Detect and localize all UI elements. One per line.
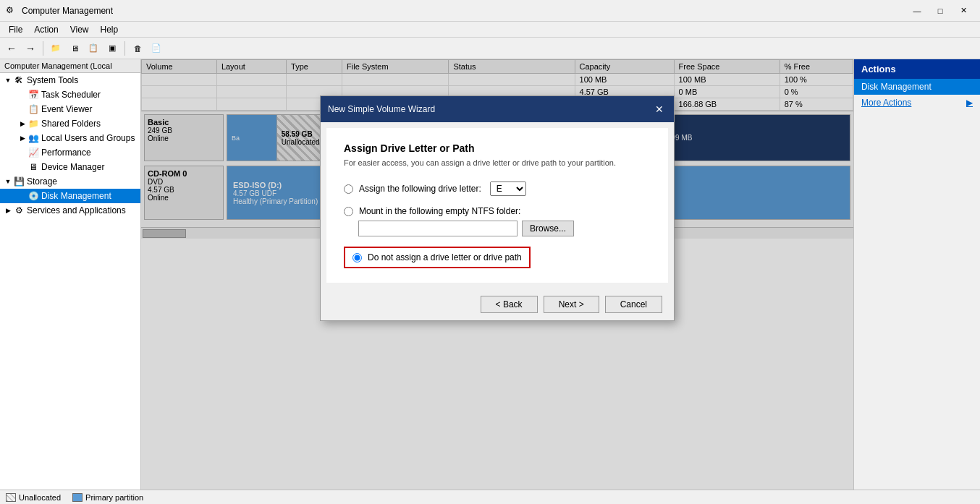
more-actions-label: More Actions (861, 98, 911, 108)
storage-icon: 💾 (13, 176, 25, 187)
primary-swatch (72, 493, 83, 502)
device-manager-icon: 🖥 (28, 161, 39, 173)
primary-label: Primary partition (85, 493, 143, 502)
label-no-assign[interactable]: Do not assign a drive letter or drive pa… (368, 252, 522, 262)
tree-header: Computer Management (Local (0, 59, 140, 73)
sidebar-label-disk-management: Disk Management (41, 191, 111, 201)
legend-unallocated: Unallocated (6, 493, 61, 502)
modal-title: New Simple Volume Wizard (328, 104, 435, 114)
modal-overlay: New Simple Volume Wizard ✕ Assign Drive … (141, 59, 853, 490)
option-no-assign-wrapper: Do not assign a drive letter or drive pa… (344, 247, 651, 268)
sidebar-label-device-manager: Device Manager (41, 162, 104, 172)
left-panel: Computer Management (Local ▼ 🛠 System To… (0, 59, 141, 490)
sidebar-item-storage[interactable]: ▼ 💾 Storage (0, 174, 140, 189)
window-icon: ⚙ (6, 5, 17, 17)
legend-primary: Primary partition (72, 493, 143, 502)
sidebar-item-disk-management[interactable]: 💿 Disk Management (0, 189, 140, 203)
sidebar-label-event-viewer: Event Viewer (41, 104, 92, 114)
menu-bar: File Action View Help (0, 22, 980, 38)
modal-options: Assign the following drive letter: E F G (344, 181, 651, 268)
arrow-icon: ▶ (3, 207, 13, 214)
toolbar-btn5[interactable]: 🗑 (129, 40, 146, 57)
back-button[interactable]: < Back (481, 296, 538, 313)
actions-header: Actions (854, 59, 980, 79)
modal-subtitle: For easier access, you can assign a driv… (344, 158, 651, 167)
sidebar-item-services[interactable]: ▶ ⚙ Services and Applications (0, 203, 140, 218)
arrow-expand: ▶ (17, 134, 28, 142)
title-bar: ⚙ Computer Management — □ ✕ (0, 0, 980, 22)
unallocated-swatch (6, 493, 16, 502)
sidebar-item-shared-folders[interactable]: ▶ 📁 Shared Folders (0, 116, 140, 131)
option-ntfs: Mount in the following empty NTFS folder… (344, 206, 651, 236)
sidebar-item-device-manager[interactable]: 🖥 Device Manager (0, 160, 140, 174)
sidebar-item-local-users[interactable]: ▶ 👥 Local Users and Groups (0, 131, 140, 145)
drive-letter-select[interactable]: E F G (490, 181, 526, 196)
menu-help[interactable]: Help (95, 23, 124, 36)
ntfs-input-row: Browse... (344, 221, 651, 236)
browse-button[interactable]: Browse... (522, 221, 574, 236)
toolbar-back[interactable]: ← (3, 40, 20, 57)
label-ntfs-folder[interactable]: Mount in the following empty NTFS folder… (359, 206, 520, 216)
sidebar-item-event-viewer[interactable]: 📋 Event Viewer (0, 102, 140, 116)
sidebar-label-system-tools: System Tools (27, 75, 78, 85)
disk-management-icon: 💿 (28, 190, 39, 202)
system-tools-icon: 🛠 (13, 74, 25, 86)
services-icon: ⚙ (13, 205, 25, 216)
minimize-button[interactable]: — (906, 3, 928, 19)
next-button[interactable]: Next > (544, 296, 599, 313)
cancel-button[interactable]: Cancel (605, 296, 662, 313)
radio-drive-letter[interactable] (344, 184, 353, 194)
wizard-modal: New Simple Volume Wizard ✕ Assign Drive … (320, 95, 675, 321)
right-panel: Volume Layout Type File System Status Ca… (141, 59, 853, 490)
sidebar-item-task-scheduler[interactable]: 📅 Task Scheduler (0, 87, 140, 102)
menu-file[interactable]: File (3, 23, 28, 36)
status-bar: Unallocated Primary partition (0, 490, 980, 504)
sidebar-label-performance: Performance (41, 148, 91, 158)
toolbar-btn4[interactable]: ▣ (104, 40, 121, 57)
arrow-icon: ▼ (3, 178, 13, 185)
event-viewer-icon: 📋 (28, 103, 39, 115)
option-drive-letter: Assign the following drive letter: E F G (344, 181, 651, 196)
title-bar-controls: — □ ✕ (906, 3, 974, 19)
toolbar-btn3[interactable]: 📋 (85, 40, 102, 57)
option-ntfs-radio-row: Mount in the following empty NTFS folder… (344, 206, 651, 216)
toolbar-btn2[interactable]: 🖥 (66, 40, 83, 57)
sidebar-item-performance[interactable]: 📈 Performance (0, 145, 140, 160)
radio-ntfs-folder[interactable] (344, 207, 353, 216)
menu-action[interactable]: Action (28, 23, 64, 36)
no-assign-highlighted: Do not assign a drive letter or drive pa… (344, 247, 531, 268)
main-layout: Computer Management (Local ▼ 🛠 System To… (0, 59, 980, 490)
performance-icon: 📈 (28, 147, 39, 158)
toolbar-btn6[interactable]: 📄 (148, 40, 165, 57)
toolbar-separator-2 (124, 41, 125, 56)
actions-panel: Actions Disk Management More Actions ▶ (853, 59, 980, 490)
maximize-button[interactable]: □ (929, 3, 951, 19)
modal-section-title: Assign Drive Letter or Path (344, 142, 651, 154)
modal-content: Assign Drive Letter or Path For easier a… (326, 128, 668, 283)
menu-view[interactable]: View (64, 23, 95, 36)
actions-disk-management[interactable]: Disk Management (854, 79, 980, 95)
toolbar-btn1[interactable]: 📁 (47, 40, 64, 57)
sidebar-label-services: Services and Applications (27, 205, 126, 215)
toolbar-forward[interactable]: → (22, 40, 39, 57)
shared-folders-icon: 📁 (28, 118, 39, 129)
sidebar-item-system-tools[interactable]: ▼ 🛠 System Tools (0, 73, 140, 87)
sidebar-label-storage: Storage (27, 176, 57, 187)
sidebar-label-local-users: Local Users and Groups (41, 133, 135, 143)
toolbar: ← → 📁 🖥 📋 ▣ 🗑 📄 (0, 38, 980, 59)
task-scheduler-icon: 📅 (28, 89, 39, 101)
local-users-icon: 👥 (28, 132, 39, 144)
ntfs-path-input[interactable] (358, 221, 518, 236)
more-actions-arrow: ▶ (966, 98, 973, 108)
radio-no-assign[interactable] (352, 253, 362, 262)
unallocated-label: Unallocated (19, 493, 61, 502)
arrow-icon: ▼ (3, 77, 13, 84)
modal-close-button[interactable]: ✕ (652, 102, 667, 116)
actions-more-actions[interactable]: More Actions ▶ (854, 95, 980, 111)
sidebar-label-shared-folders: Shared Folders (41, 119, 101, 129)
label-drive-letter[interactable]: Assign the following drive letter: (359, 184, 481, 194)
toolbar-separator-1 (43, 41, 43, 56)
modal-titlebar: New Simple Volume Wizard ✕ (321, 96, 674, 122)
arrow-expand: ▶ (17, 120, 28, 127)
close-button[interactable]: ✕ (952, 3, 974, 19)
